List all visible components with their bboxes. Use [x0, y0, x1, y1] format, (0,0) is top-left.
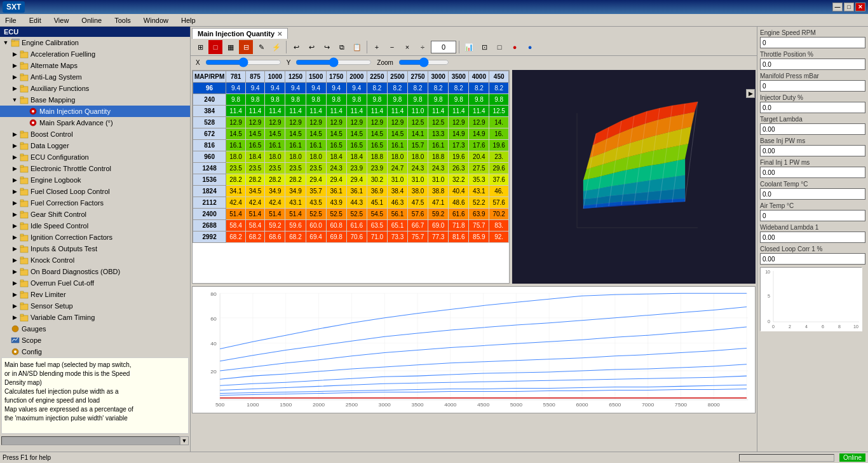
- cell-5-3[interactable]: 16.1: [285, 140, 306, 151]
- cell-4-8[interactable]: 14.5: [387, 128, 407, 140]
- cell-8-5[interactable]: 29.4: [326, 174, 346, 186]
- cell-3-8[interactable]: 12.9: [387, 117, 407, 128]
- cell-0-13[interactable]: 8.2: [489, 83, 509, 94]
- cell-9-1[interactable]: 34.5: [245, 186, 265, 197]
- cell-6-6[interactable]: 18.4: [346, 151, 367, 163]
- cell-6-8[interactable]: 18.0: [387, 151, 407, 163]
- cell-7-9[interactable]: 24.3: [408, 163, 428, 174]
- tab-main-injection-quantity[interactable]: Main Injection Quantity ✕: [192, 28, 288, 39]
- sidebar-item-fuel-correction-factors[interactable]: ▶Fuel Correction Factors: [0, 197, 190, 209]
- cell-6-10[interactable]: 18.8: [428, 151, 449, 163]
- cell-13-6[interactable]: 70.6: [346, 232, 367, 243]
- cell-0-11[interactable]: 8.2: [449, 83, 469, 94]
- cell-11-8[interactable]: 56.1: [387, 209, 407, 220]
- cell-1-4[interactable]: 9.8: [306, 94, 326, 106]
- table-row[interactable]: 38411.411.411.411.411.411.411.411.411.41…: [193, 106, 509, 117]
- menu-tools[interactable]: Tools: [112, 17, 133, 24]
- cell-13-8[interactable]: 73.3: [387, 232, 407, 243]
- cell-2-1[interactable]: 11.4: [245, 106, 265, 117]
- cell-4-7[interactable]: 14.5: [367, 128, 387, 140]
- cell-3-5[interactable]: 12.9: [326, 117, 346, 128]
- cell-10-2[interactable]: 42.4: [265, 197, 285, 209]
- cell-8-11[interactable]: 32.2: [449, 174, 469, 186]
- sidebar-item-inputs-outputs-test[interactable]: ▶Inputs & Outputs Test: [0, 243, 190, 254]
- table-scroll-right[interactable]: ▶: [746, 89, 755, 98]
- sidebar-item-data-logger[interactable]: ▶Data Logger: [0, 140, 190, 151]
- tb-zoom-btn[interactable]: □: [208, 40, 222, 54]
- tb-edit-btn[interactable]: ✎: [254, 40, 268, 54]
- cell-12-0[interactable]: 58.4: [226, 220, 246, 232]
- cell-7-3[interactable]: 23.5: [285, 163, 306, 174]
- cell-3-0[interactable]: 12.9: [226, 117, 246, 128]
- cell-13-0[interactable]: 68.2: [226, 232, 246, 243]
- cell-9-11[interactable]: 40.4: [449, 186, 469, 197]
- cell-5-11[interactable]: 17.3: [449, 140, 469, 151]
- cell-9-6[interactable]: 36.1: [346, 186, 367, 197]
- cell-5-2[interactable]: 16.1: [265, 140, 285, 151]
- table-row[interactable]: 268858.458.459.259.660.060.861.663.565.1…: [193, 220, 509, 232]
- sidebar-item-anti-lag-system[interactable]: ▶Anti-Lag System: [0, 71, 190, 83]
- table-row[interactable]: 153628.228.228.228.229.429.429.430.231.0…: [193, 174, 509, 186]
- cell-9-4[interactable]: 35.7: [306, 186, 326, 197]
- cell-4-10[interactable]: 13.3: [428, 128, 449, 140]
- cell-5-9[interactable]: 15.7: [408, 140, 428, 151]
- cell-10-1[interactable]: 42.4: [245, 197, 265, 209]
- tb-redo-btn[interactable]: ↪: [320, 40, 334, 54]
- right-input-injector-duty[interactable]: [760, 102, 865, 113]
- sidebar-item-rev-limiter[interactable]: ▶Rev Limiter: [0, 289, 190, 300]
- cell-8-10[interactable]: 31.0: [428, 174, 449, 186]
- menu-online[interactable]: Online: [79, 17, 104, 24]
- cell-7-11[interactable]: 26.3: [449, 163, 469, 174]
- cell-8-4[interactable]: 29.4: [306, 174, 326, 186]
- sidebar-item-auxiliary-functions[interactable]: ▶Auxiliary Functions: [0, 83, 190, 94]
- right-input-air-temp[interactable]: [760, 210, 865, 221]
- cell-3-9[interactable]: 12.5: [408, 117, 428, 128]
- menu-help[interactable]: Help: [179, 17, 198, 24]
- tb-table-btn[interactable]: ▦: [224, 40, 238, 54]
- cell-13-3[interactable]: 68.2: [285, 232, 306, 243]
- cell-12-1[interactable]: 58.4: [245, 220, 265, 232]
- cell-1-8[interactable]: 9.8: [387, 94, 407, 106]
- cell-0-2[interactable]: 9.4: [265, 83, 285, 94]
- cell-12-2[interactable]: 59.2: [265, 220, 285, 232]
- sidebar-item-on-board-diagnostics[interactable]: ▶On Board Diagnostics (OBD): [0, 266, 190, 277]
- cell-4-1[interactable]: 14.5: [245, 128, 265, 140]
- cell-2-0[interactable]: 11.4: [226, 106, 246, 117]
- cell-3-6[interactable]: 12.9: [346, 117, 367, 128]
- sidebar-item-knock-control[interactable]: ▶Knock Control: [0, 254, 190, 266]
- cell-2-11[interactable]: 11.4: [449, 106, 469, 117]
- right-input-manifold-press[interactable]: [760, 80, 865, 92]
- cell-6-2[interactable]: 18.0: [265, 151, 285, 163]
- cell-2-5[interactable]: 11.4: [326, 106, 346, 117]
- cell-13-9[interactable]: 75.7: [408, 232, 428, 243]
- cell-7-6[interactable]: 23.9: [346, 163, 367, 174]
- cell-5-6[interactable]: 16.5: [346, 140, 367, 151]
- cell-10-9[interactable]: 47.5: [408, 197, 428, 209]
- tb-add-btn[interactable]: +: [370, 40, 384, 54]
- cell-7-13[interactable]: 29.6: [489, 163, 509, 174]
- cell-12-13[interactable]: 83.: [489, 220, 509, 232]
- cell-5-12[interactable]: 17.6: [469, 140, 489, 151]
- cell-8-12[interactable]: 35.3: [469, 174, 489, 186]
- zoom-slider[interactable]: [398, 57, 449, 67]
- cell-0-0[interactable]: 9.4: [226, 83, 246, 94]
- sidebar-item-engine-calibration[interactable]: ▼Engine Calibration: [0, 37, 190, 48]
- cell-4-11[interactable]: 14.9: [449, 128, 469, 140]
- cell-10-4[interactable]: 43.5: [306, 197, 326, 209]
- cell-12-8[interactable]: 65.1: [387, 220, 407, 232]
- cell-9-5[interactable]: 36.1: [326, 186, 346, 197]
- cell-11-6[interactable]: 52.5: [346, 209, 367, 220]
- cell-9-8[interactable]: 38.4: [387, 186, 407, 197]
- cell-1-13[interactable]: 9.8: [489, 94, 509, 106]
- cell-9-10[interactable]: 38.8: [428, 186, 449, 197]
- cell-5-10[interactable]: 16.1: [428, 140, 449, 151]
- table-row[interactable]: 299268.268.268.668.269.469.870.671.073.3…: [193, 232, 509, 243]
- sidebar-item-ecu-configuration[interactable]: ▶ECU Configuration: [0, 151, 190, 163]
- cell-6-4[interactable]: 18.0: [306, 151, 326, 163]
- cell-0-12[interactable]: 8.2: [469, 83, 489, 94]
- cell-4-2[interactable]: 14.5: [265, 128, 285, 140]
- cell-1-0[interactable]: 9.8: [226, 94, 246, 106]
- cell-4-3[interactable]: 14.5: [285, 128, 306, 140]
- cell-7-1[interactable]: 23.5: [245, 163, 265, 174]
- cell-3-11[interactable]: 12.9: [449, 117, 469, 128]
